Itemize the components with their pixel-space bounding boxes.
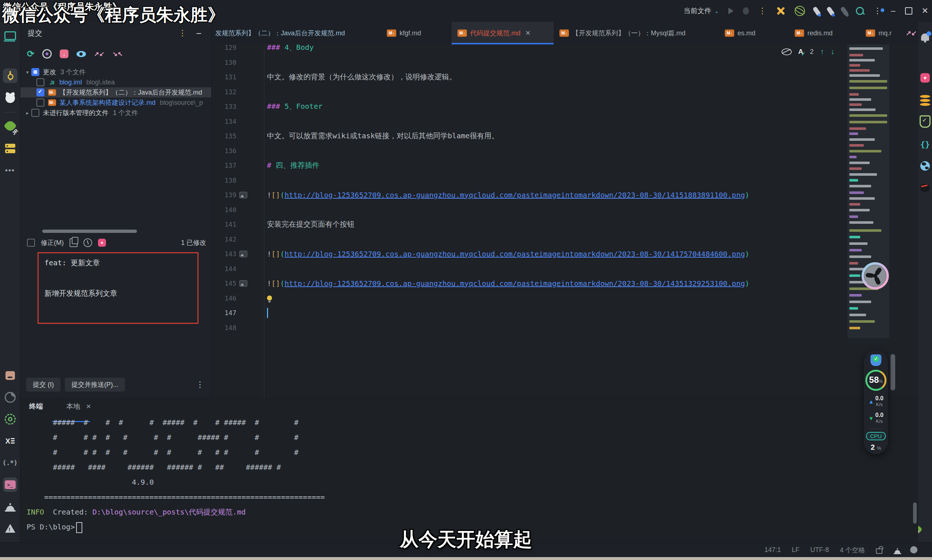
run-icon[interactable] [728, 8, 733, 14]
unlock-icon[interactable] [876, 548, 883, 554]
gutter-image-icon[interactable] [239, 251, 247, 257]
collapse-all-icon[interactable]: ↘↖ [113, 52, 123, 56]
main-menu-kebab-icon[interactable]: ⋮ [873, 9, 881, 13]
changed-file-row[interactable]: M↓【开发规范系列】（二）：Java后台开发规范.md [20, 87, 211, 97]
editor-line[interactable]: 140 [211, 202, 918, 217]
profiler-icon[interactable] [3, 390, 17, 405]
gutter-image-icon[interactable] [239, 280, 247, 287]
run-more-icon[interactable]: ⋮ [758, 9, 766, 13]
tree-chevron-icon[interactable]: ▾ [26, 69, 31, 75]
editor-tab[interactable]: M↓【开发规范系列】（一）：Mysql篇.md [554, 22, 719, 45]
translate-globe-icon[interactable] [918, 158, 932, 173]
gutter-image-icon[interactable] [239, 192, 247, 198]
tools-icon[interactable] [776, 6, 785, 15]
changes-checkbox[interactable] [31, 68, 39, 76]
debug-icon[interactable] [743, 7, 749, 15]
editor-line[interactable]: 135中文。可以放置需求wiki或task链接，对以后其他同学blame很有用。 [211, 128, 918, 143]
terminal-scrollbar-thumb[interactable] [913, 503, 917, 524]
editor-line[interactable]: 133### 5、Footer [211, 99, 918, 114]
system-monitor-widget[interactable]: 58 % ▲ 0.0K/s ▼ 0.0K/s CPU 2% [864, 350, 888, 454]
tree-chevron-icon[interactable]: ▸ [26, 110, 31, 116]
bird-plugin-icon[interactable] [918, 180, 932, 195]
refresh-icon[interactable]: ⟳ [27, 49, 34, 59]
shield-check-icon[interactable] [918, 114, 932, 129]
floating-app-logo[interactable] [861, 262, 889, 290]
tree-horizontal-scrollbar[interactable] [42, 229, 137, 233]
editor-line[interactable]: 134 [211, 114, 918, 129]
commit-history-copy-icon[interactable] [69, 238, 77, 247]
unversioned-checkbox[interactable] [31, 109, 39, 117]
atom-plugin-icon[interactable] [793, 4, 807, 18]
editor-scrollbar-thumb[interactable] [890, 354, 895, 391]
terminal-tab-close-icon[interactable]: ✕ [86, 403, 91, 411]
editor-tab[interactable]: M↓redis.md [789, 22, 860, 45]
ai-commit-message-icon[interactable]: ✦ [98, 239, 106, 247]
editor-line[interactable]: 137# 四、推荐插件 [211, 158, 918, 173]
commit-message-history-icon[interactable] [83, 238, 92, 247]
terminal-toolwindow-icon[interactable]: >_ [3, 477, 17, 492]
line-ending[interactable]: LF [792, 546, 799, 554]
excel-plugin-icon[interactable]: X [3, 434, 17, 448]
editor-line[interactable]: 136 [211, 143, 918, 158]
todo-siren-icon[interactable] [3, 499, 17, 514]
editor-tab[interactable]: M↓代码提交规范.md✕ [452, 22, 554, 45]
editor-line[interactable]: 142 [211, 232, 918, 247]
status-siren-icon[interactable] [895, 550, 900, 553]
changes-group-row[interactable]: ▾更改3 个文件 [20, 67, 211, 77]
next-problem-icon[interactable]: ↓ [831, 47, 835, 56]
editor-line[interactable]: 141安装完在提交页面有个按钮 [211, 217, 918, 232]
update-project-icon[interactable]: ↓ [60, 49, 68, 58]
editor-line[interactable]: 138 [211, 173, 918, 188]
tab-close-icon[interactable]: ✕ [525, 29, 531, 37]
terminal-output[interactable]: ##### # # # # ##### # # ##### # # # # # … [26, 415, 325, 535]
editor-line[interactable]: 144 [211, 261, 918, 276]
ai-assistant-icon[interactable]: ✦ [918, 71, 932, 85]
editor[interactable]: 129### 4、Body130131中文。修改的背景（为什么做这次修改），说明… [211, 45, 918, 398]
notebook-icon[interactable] [3, 368, 17, 383]
expand-editor-icon[interactable]: ↗↙ [906, 29, 917, 37]
editor-line[interactable]: 148 [211, 320, 918, 335]
structure-icon[interactable] [3, 28, 17, 43]
view-options-eye-icon[interactable] [77, 51, 86, 57]
unversioned-group-row[interactable]: ▸未进行版本管理的文件1 个文件 [20, 108, 211, 118]
braces-icon[interactable]: {} [918, 137, 932, 151]
editor-line[interactable]: 132 [211, 85, 918, 99]
github-icon[interactable] [3, 91, 17, 106]
indent-setting[interactable]: 4 个空格 [840, 546, 865, 555]
search-everywhere-icon[interactable] [856, 7, 864, 15]
editor-line[interactable]: 143![](http://blog-1253652709.cos.ap-gua… [211, 246, 918, 261]
run-config-selector[interactable]: 当前文件 ⌄ [684, 6, 719, 15]
editor-tab[interactable]: M↓es.md [719, 22, 789, 45]
services-gear-icon[interactable] [3, 412, 17, 426]
file-checkbox[interactable] [36, 88, 45, 97]
amend-checkbox[interactable] [27, 239, 35, 247]
more-toolwindows-icon[interactable]: ••• [3, 163, 17, 178]
window-maximize-button[interactable] [905, 7, 912, 15]
hide-toolwindow-icon[interactable]: – [197, 28, 201, 38]
rocket-settings-icon[interactable] [826, 6, 835, 16]
minimap[interactable] [847, 45, 889, 338]
terminal-tab-local[interactable]: 本地 ✕ [66, 402, 91, 411]
jrebel-icon[interactable]: JR [3, 118, 17, 133]
caret-position[interactable]: 147:1 [764, 546, 781, 554]
commit-options-kebab-icon[interactable]: ⋮ [179, 31, 187, 35]
status-circle-icon[interactable] [910, 546, 917, 554]
window-minimize-button[interactable]: – [891, 6, 895, 15]
prev-problem-icon[interactable]: ↑ [820, 47, 824, 56]
commit-message-input[interactable]: feat: 更新文章 新增开发规范系列文章 [37, 252, 199, 324]
file-checkbox[interactable] [36, 78, 45, 86]
commit-more-kebab-icon[interactable]: ⋮ [196, 383, 204, 386]
editor-tab[interactable]: M↓kfgf.md [381, 22, 452, 45]
window-close-button[interactable]: ✕ [922, 6, 928, 15]
rollback-icon[interactable] [42, 49, 52, 58]
editor-tab[interactable]: M↓mq.r [860, 22, 906, 45]
database-stack-icon[interactable] [918, 93, 932, 108]
editor-line[interactable]: 146 [211, 291, 918, 306]
commit-toolwindow-icon[interactable] [3, 68, 17, 83]
editor-line[interactable]: 147 [211, 305, 918, 320]
highlighting-eye-off-icon[interactable] [782, 48, 792, 55]
editor-line[interactable]: 130 [211, 55, 918, 70]
changed-file-row[interactable]: M↓某人事系统架构搭建设计记录.mdblog\source\_p [20, 97, 211, 108]
file-checkbox[interactable] [36, 98, 45, 107]
commit-button[interactable]: 提交 (I) [26, 378, 60, 392]
